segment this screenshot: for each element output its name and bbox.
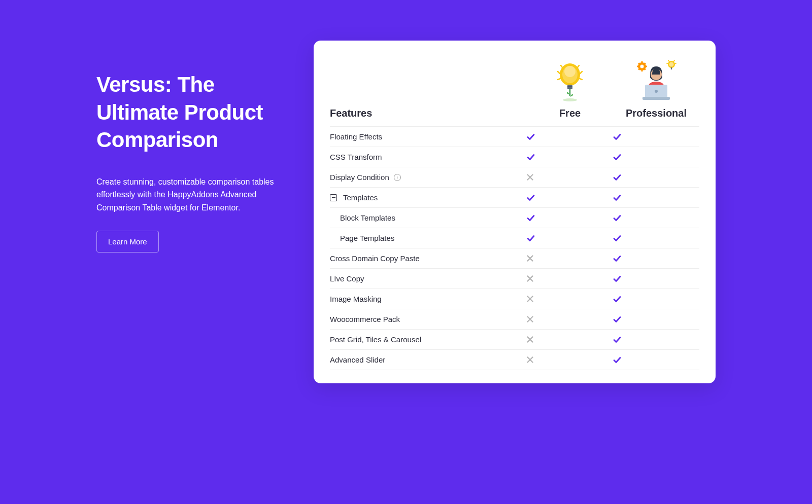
check-icon (527, 194, 613, 202)
info-icon[interactable] (394, 174, 401, 181)
cross-icon (527, 275, 613, 282)
lightbulb-plant-icon (527, 59, 613, 102)
hero-section: Versus: The Ultimate Product Comparison … (96, 41, 289, 253)
learn-more-button[interactable]: Learn More (96, 231, 159, 253)
person-laptop-gears-icon (613, 59, 699, 102)
feature-label-cell: CSS Transform (330, 153, 527, 161)
comparison-table-body: Floating EffectsCSS TransformDisplay Con… (330, 127, 699, 370)
feature-label-cell: Display Condition (330, 173, 527, 182)
feature-label: Image Masking (330, 295, 382, 303)
table-row: CSS Transform (330, 147, 699, 167)
feature-label: Page Templates (340, 234, 394, 242)
table-row: Page Templates (330, 228, 699, 248)
check-icon (613, 133, 699, 141)
svg-rect-19 (671, 67, 672, 69)
table-header: Features (330, 59, 699, 127)
check-icon (613, 356, 699, 364)
svg-rect-11 (637, 66, 639, 67)
check-icon (527, 153, 613, 161)
cross-icon (527, 336, 613, 343)
feature-label-cell: Cross Domain Copy Paste (330, 254, 527, 263)
check-icon (613, 295, 699, 303)
feature-label-cell: Templates (330, 193, 527, 202)
plan-column-free: Free (527, 59, 613, 119)
check-icon (613, 275, 699, 283)
hero-heading: Versus: The Ultimate Product Comparison (96, 71, 289, 154)
cross-icon (527, 356, 613, 363)
table-row: Post Grid, Tiles & Carousel (330, 330, 699, 350)
plan-column-professional: Professional (613, 59, 699, 119)
features-column-header: Features (330, 107, 527, 119)
feature-label-cell: Advanced Slider (330, 355, 527, 364)
check-icon (613, 234, 699, 242)
check-icon (613, 214, 699, 222)
check-icon (613, 336, 699, 344)
svg-point-2 (564, 66, 576, 77)
svg-rect-5 (567, 88, 572, 89)
feature-label-cell: LIve Copy (330, 274, 527, 283)
table-row: Templates (330, 188, 699, 208)
feature-label-cell: Floating Effects (330, 132, 527, 141)
feature-label: Floating Effects (330, 132, 382, 141)
feature-label-cell: Post Grid, Tiles & Carousel (330, 335, 527, 344)
svg-point-8 (640, 65, 644, 68)
feature-label: CSS Transform (330, 153, 382, 161)
svg-point-18 (669, 62, 674, 67)
cross-icon (527, 255, 613, 262)
check-icon (613, 315, 699, 323)
table-row: Block Templates (330, 208, 699, 228)
feature-label-cell: Block Templates (330, 213, 527, 222)
hero-description: Create stunning, customizable comparison… (96, 175, 289, 214)
table-row: Image Masking (330, 289, 699, 309)
feature-label-cell: Image Masking (330, 295, 527, 303)
feature-label: Post Grid, Tiles & Carousel (330, 335, 421, 344)
svg-rect-10 (641, 69, 643, 71)
svg-point-24 (655, 90, 658, 93)
svg-rect-4 (567, 86, 572, 87)
features-title: Features (330, 107, 372, 119)
table-row: Display Condition (330, 167, 699, 188)
feature-label: Templates (343, 193, 378, 202)
check-icon (527, 133, 613, 141)
svg-rect-12 (645, 66, 647, 67)
cross-icon (527, 316, 613, 322)
plan-title-free: Free (527, 107, 613, 119)
svg-point-6 (563, 98, 577, 101)
table-row: Floating Effects (330, 127, 699, 147)
table-row: LIve Copy (330, 269, 699, 289)
check-icon (613, 255, 699, 263)
feature-label-cell: Woocommerce Pack (330, 315, 527, 323)
feature-label-cell: Page Templates (330, 234, 527, 242)
collapse-icon[interactable] (330, 194, 337, 201)
feature-label: Display Condition (330, 173, 389, 182)
svg-rect-23 (642, 97, 670, 100)
plan-title-professional: Professional (613, 107, 699, 119)
table-row: Advanced Slider (330, 350, 699, 370)
feature-label: Cross Domain Copy Paste (330, 254, 420, 263)
svg-rect-9 (641, 61, 643, 63)
comparison-card: Features (314, 41, 716, 383)
cross-icon (527, 296, 613, 302)
check-icon (613, 173, 699, 182)
feature-label: Advanced Slider (330, 355, 385, 364)
check-icon (613, 194, 699, 202)
check-icon (527, 214, 613, 222)
feature-label: LIve Copy (330, 274, 364, 283)
feature-label: Woocommerce Pack (330, 315, 400, 323)
check-icon (613, 153, 699, 161)
feature-label: Block Templates (340, 213, 395, 222)
cross-icon (527, 174, 613, 181)
table-row: Woocommerce Pack (330, 309, 699, 330)
check-icon (527, 234, 613, 242)
table-row: Cross Domain Copy Paste (330, 248, 699, 269)
